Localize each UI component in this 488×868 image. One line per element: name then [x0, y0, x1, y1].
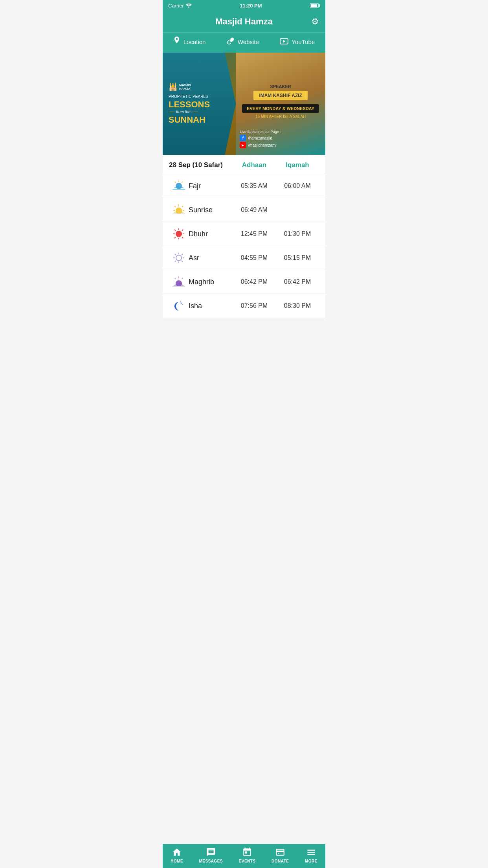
location-icon [173, 37, 180, 47]
svg-line-7 [175, 182, 176, 183]
svg-point-39 [182, 304, 183, 305]
sunnah-text: SUNNAH [169, 115, 228, 125]
svg-line-36 [182, 278, 183, 279]
sunrise-icon-container [169, 204, 189, 216]
iqamah-column-header: Iqamah [276, 161, 319, 169]
livestream-label: Live Stream on our Page : [240, 130, 321, 134]
isha-icon [172, 300, 186, 312]
svg-line-11 [182, 206, 183, 207]
isha-name: Isha [189, 302, 233, 310]
dhuhr-icon-container [169, 228, 189, 240]
maghrib-icon [172, 276, 186, 288]
asr-name: Asr [189, 254, 233, 262]
speaker-label: SPEAKER [270, 84, 291, 89]
fajr-iqamah: 06:00 AM [276, 182, 319, 189]
isha-row: Isha 07:56 PM 08:30 PM [163, 294, 325, 318]
promotional-banner: 🕌 MASJID HAMZA PROPHETIC PEARLS LESSONS … [163, 53, 325, 155]
adhaan-column-header: Adhaan [233, 161, 276, 169]
maghrib-adhaan: 06:42 PM [233, 278, 276, 285]
maghrib-row: Maghrib 06:42 PM 06:42 PM [163, 270, 325, 294]
livestream-info: Live Stream on our Page : f /hamzamasjid… [240, 130, 321, 149]
svg-line-21 [182, 230, 183, 231]
mosque-logo-icon: 🕌 [169, 83, 177, 91]
asr-icon [172, 252, 186, 264]
fajr-icon [172, 180, 186, 192]
fajr-row: Fajr 05:35 AM 06:00 AM [163, 174, 325, 198]
wifi-icon [186, 3, 192, 8]
mosque-name-line1: MASJID [179, 83, 191, 87]
facebook-icon: f [240, 135, 246, 141]
dhuhr-icon [172, 228, 186, 240]
sunrise-name: Sunrise [189, 206, 233, 214]
youtube-icon [280, 37, 288, 46]
dhuhr-iqamah: 01:30 PM [276, 230, 319, 237]
svg-line-37 [175, 278, 176, 279]
svg-point-40 [180, 302, 181, 302]
maghrib-name: Maghrib [189, 278, 233, 286]
from-the-text: from the [176, 110, 191, 114]
divider-line-left [169, 112, 174, 112]
maghrib-iqamah: 06:42 PM [276, 278, 319, 285]
website-link[interactable]: Website [227, 37, 259, 47]
svg-line-20 [174, 230, 176, 231]
svg-marker-2 [283, 40, 286, 42]
fajr-icon-container [169, 180, 189, 192]
pin-icon [173, 37, 180, 45]
svg-line-31 [175, 261, 176, 262]
youtube-small-icon: ▶ [240, 142, 246, 148]
battery-indicator [310, 3, 320, 8]
dhuhr-row: Dhuhr 12:45 PM 01:30 PM [163, 222, 325, 246]
status-bar: Carrier 11:20 PM [163, 0, 325, 11]
svg-line-30 [182, 254, 183, 255]
website-label: Website [238, 39, 259, 45]
mosque-name-line2: HAMZA [179, 87, 191, 90]
svg-point-38 [181, 303, 182, 304]
sunrise-row: Sunrise 06:49 AM [163, 198, 325, 222]
location-link[interactable]: Location [173, 37, 206, 47]
location-label: Location [183, 39, 206, 45]
quick-links-bar: Location Website YouTube [163, 32, 325, 53]
app-header: Masjid Hamza ⚙ [163, 11, 325, 32]
lessons-text: LESSONS [169, 100, 228, 109]
svg-line-6 [182, 182, 183, 183]
banner-logo: 🕌 MASJID HAMZA [169, 83, 228, 91]
youtube-link[interactable]: YouTube [280, 37, 315, 46]
youtube-label: YouTube [292, 39, 315, 45]
prophetic-pearls-text: PROPHETIC PEARLS [169, 94, 228, 99]
sunrise-icon [172, 204, 186, 216]
maghrib-icon-container [169, 276, 189, 288]
dhuhr-adhaan: 12:45 PM [233, 230, 276, 237]
facebook-handle: f /hamzamasjid [240, 135, 321, 141]
asr-iqamah: 05:15 PM [276, 254, 319, 261]
carrier-indicator: Carrier [168, 3, 192, 9]
sunrise-adhaan: 06:49 AM [233, 206, 276, 213]
status-time: 11:20 PM [240, 3, 262, 9]
schedule-text: EVERY MONDAY & WEDNESDAY [242, 104, 319, 113]
fajr-name: Fajr [189, 182, 233, 190]
asr-adhaan: 04:55 PM [233, 254, 276, 261]
svg-line-23 [182, 237, 183, 238]
svg-point-24 [176, 255, 182, 261]
svg-line-32 [182, 261, 183, 262]
speaker-name: IMAM KASHIF AZIZ [253, 91, 308, 100]
banner-left-section: 🕌 MASJID HAMZA PROPHETIC PEARLS LESSONS … [163, 53, 236, 155]
banner-right-section: SPEAKER IMAM KASHIF AZIZ EVERY MONDAY & … [236, 53, 325, 155]
youtube-handle: ▶ /masjidhamzany [240, 142, 321, 148]
dhuhr-name: Dhuhr [189, 230, 233, 238]
chain-icon [227, 37, 235, 45]
fajr-adhaan: 05:35 AM [233, 182, 276, 189]
svg-point-0 [188, 7, 189, 8]
svg-point-15 [176, 231, 182, 237]
svg-line-29 [175, 254, 176, 255]
isha-iqamah: 08:30 PM [276, 302, 319, 309]
settings-button[interactable]: ⚙ [311, 17, 319, 27]
prayer-times-header: 28 Sep (10 Safar) Adhaan Iqamah [163, 155, 325, 174]
asr-row: Asr 04:55 PM 05:15 PM [163, 246, 325, 270]
prayer-date: 28 Sep (10 Safar) [169, 161, 233, 169]
isha-icon-container [169, 300, 189, 312]
svg-line-22 [174, 237, 176, 238]
app-title: Masjid Hamza [215, 17, 273, 27]
play-box-icon [280, 38, 288, 44]
after-isha-text: 15 MIN AFTER ISHA SALAH [255, 114, 306, 119]
divider-line-right [192, 112, 198, 112]
